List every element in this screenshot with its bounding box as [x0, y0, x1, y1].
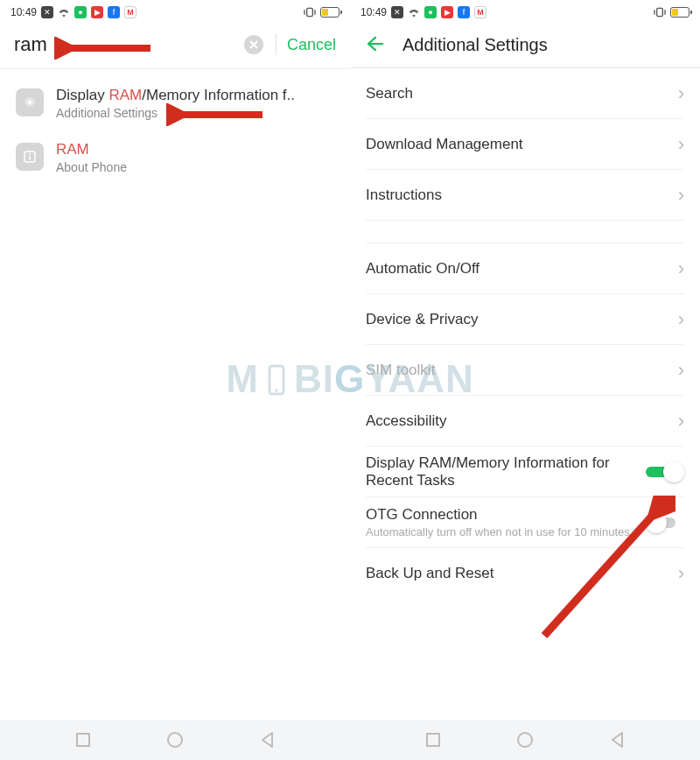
status-bar: 10:49 ✕ ● ▶ f M	[0, 0, 350, 25]
nav-home-button[interactable]	[165, 730, 185, 749]
setting-label: SIM toolkit	[366, 362, 435, 379]
setting-label: OTG Connection	[366, 506, 637, 524]
app-icon-1: ✕	[41, 6, 53, 18]
svg-point-18	[518, 733, 532, 747]
app-icon-whatsapp: ●	[424, 6, 437, 18]
status-time: 10:49	[10, 6, 37, 18]
search-result-item[interactable]: Display RAM/Memory Information f.. Addit…	[0, 78, 350, 132]
search-pane: 10:49 ✕ ● ▶ f M ram	[0, 0, 350, 734]
section-gap	[366, 221, 684, 243]
svg-rect-17	[427, 734, 439, 746]
setting-download-management[interactable]: Download Management ›	[366, 119, 684, 170]
chevron-right-icon: ›	[678, 184, 684, 207]
chevron-right-icon: ›	[678, 308, 684, 331]
setting-label: Search	[366, 85, 413, 102]
app-icon-gmail: M	[124, 6, 136, 18]
clear-search-button[interactable]	[244, 35, 263, 54]
result-title: RAM	[56, 141, 334, 158]
app-icon-whatsapp: ●	[74, 6, 87, 18]
chevron-right-icon: ›	[678, 562, 684, 585]
setting-automatic-onoff[interactable]: Automatic On/Off ›	[366, 243, 684, 294]
svg-rect-15	[77, 734, 89, 746]
info-icon	[16, 143, 44, 171]
wifi-icon	[408, 7, 420, 18]
battery-icon	[320, 7, 340, 18]
setting-label: Display RAM/Memory Information for Recen…	[366, 454, 637, 489]
setting-backup-reset[interactable]: Back Up and Reset ›	[366, 548, 684, 599]
setting-label: Accessibility	[366, 412, 447, 430]
vibrate-icon	[653, 6, 667, 18]
settings-gear-icon	[16, 88, 44, 116]
setting-label: Instructions	[366, 186, 442, 204]
svg-rect-7	[657, 8, 663, 16]
toggle-switch[interactable]	[646, 511, 684, 534]
chevron-right-icon: ›	[678, 410, 684, 433]
svg-rect-0	[307, 8, 313, 16]
svg-point-16	[168, 733, 182, 747]
cancel-button[interactable]: Cancel	[287, 36, 336, 54]
nav-recent-button[interactable]	[424, 731, 442, 749]
svg-point-6	[29, 153, 31, 155]
nav-recent-button[interactable]	[74, 731, 92, 749]
settings-list: Search › Download Management › Instructi…	[350, 68, 700, 599]
svg-rect-5	[29, 156, 31, 160]
search-result-item[interactable]: RAM About Phone	[0, 132, 350, 186]
battery-icon	[670, 7, 690, 18]
setting-label: Download Management	[366, 136, 523, 153]
chevron-right-icon: ›	[678, 359, 684, 382]
setting-sim-toolkit[interactable]: SIM toolkit ›	[366, 345, 684, 396]
app-icon-facebook: f	[458, 6, 470, 18]
result-title: Display RAM/Memory Information f..	[56, 87, 334, 104]
chevron-right-icon: ›	[678, 133, 684, 156]
vibrate-icon	[303, 6, 317, 18]
setting-instructions[interactable]: Instructions ›	[366, 170, 684, 221]
nav-back-button[interactable]	[609, 731, 626, 749]
chevron-right-icon: ›	[678, 257, 684, 280]
android-nav-bar	[0, 720, 700, 760]
result-subtitle: About Phone	[56, 160, 334, 174]
wifi-icon	[58, 7, 70, 18]
setting-accessibility[interactable]: Accessibility ›	[366, 396, 684, 447]
app-icon-youtube: ▶	[441, 6, 453, 18]
setting-label: Back Up and Reset	[366, 565, 494, 582]
setting-label: Device & Privacy	[366, 311, 478, 328]
status-bar: 10:49 ✕ ● ▶ f M	[350, 0, 700, 25]
chevron-right-icon: ›	[678, 82, 684, 105]
nav-back-button[interactable]	[259, 731, 276, 749]
settings-header: Additional Settings	[350, 25, 700, 68]
app-icon-facebook: f	[108, 6, 120, 18]
nav-home-button[interactable]	[515, 730, 535, 749]
app-icon-gmail: M	[474, 6, 486, 18]
setting-otg-toggle[interactable]: OTG Connection Automatically turn off wh…	[366, 497, 684, 548]
setting-label: Automatic On/Off	[366, 260, 480, 278]
toggle-switch[interactable]	[646, 461, 684, 483]
setting-subtitle: Automatically turn off when not in use f…	[366, 525, 637, 538]
additional-settings-pane: 10:49 ✕ ● ▶ f M Additional Setti	[350, 0, 700, 734]
app-icon-1: ✕	[391, 6, 403, 18]
app-icon-youtube: ▶	[91, 6, 103, 18]
divider	[276, 34, 276, 55]
setting-display-ram-toggle[interactable]: Display RAM/Memory Information for Recen…	[366, 447, 684, 497]
setting-device-privacy[interactable]: Device & Privacy ›	[366, 294, 684, 345]
page-title: Additional Settings	[402, 35, 548, 55]
search-results: Display RAM/Memory Information f.. Addit…	[0, 69, 350, 195]
back-button[interactable]	[366, 36, 385, 55]
setting-search[interactable]: Search ›	[366, 68, 684, 119]
search-header: ram Cancel	[0, 25, 350, 69]
status-time: 10:49	[360, 6, 387, 18]
result-subtitle: Additional Settings	[56, 106, 334, 120]
search-input[interactable]: ram	[14, 33, 244, 56]
